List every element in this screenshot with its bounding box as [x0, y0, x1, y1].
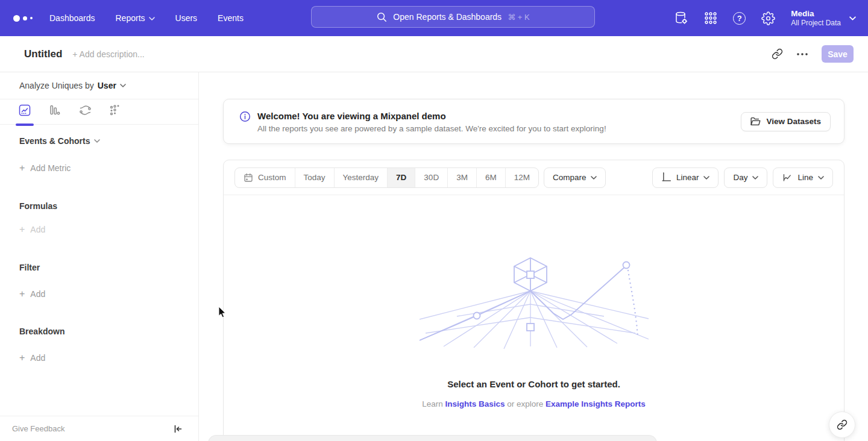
plus-icon: +: [19, 225, 25, 234]
mixpanel-logo-icon[interactable]: [13, 15, 33, 22]
chevron-down-icon: [120, 84, 126, 87]
date-range-3m[interactable]: 3M: [447, 168, 476, 187]
chevron-down-icon: [849, 16, 856, 20]
flow-tab-icon: [79, 104, 92, 125]
link-icon: [837, 419, 848, 430]
line-chart-tab-icon: [19, 104, 31, 125]
nav-item-events[interactable]: Events: [218, 13, 244, 23]
bar-chart-tab-icon: [49, 104, 61, 125]
empty-state-links: Learn Insights Basics or explore Example…: [224, 399, 844, 408]
add-formula-button[interactable]: + Add: [19, 225, 198, 234]
data-management-icon[interactable]: [674, 11, 688, 25]
events-cohorts-header[interactable]: Events & Cohorts: [19, 136, 198, 146]
date-range-30d[interactable]: 30D: [415, 168, 447, 187]
axis-scale-dropdown[interactable]: Linear: [652, 167, 719, 188]
tab-scatter[interactable]: [108, 99, 122, 125]
nav-item-dashboards[interactable]: Dashboards: [49, 13, 95, 23]
plus-icon: +: [19, 290, 25, 298]
help-icon[interactable]: ?: [733, 12, 746, 25]
compare-button[interactable]: Compare: [544, 167, 606, 188]
plus-icon: +: [19, 164, 25, 172]
report-title[interactable]: Untitled: [24, 48, 62, 60]
bottom-panel-edge: [208, 435, 657, 441]
tab-line-chart[interactable]: [18, 99, 31, 125]
folder-icon: [750, 117, 761, 126]
date-range-12m[interactable]: 12M: [505, 168, 538, 187]
view-datasets-button[interactable]: View Datasets: [741, 112, 831, 131]
plus-icon: +: [19, 354, 25, 362]
top-navigation: Dashboards Reports Users Events Open Rep…: [0, 0, 868, 36]
date-range-6m[interactable]: 6M: [476, 168, 505, 187]
main-content: Welcome! You are viewing a Mixpanel demo…: [199, 72, 868, 441]
banner-subtitle: All the reports you see are powered by a…: [257, 123, 741, 135]
chevron-down-icon: [703, 176, 709, 180]
add-metric-button[interactable]: + Add Metric: [19, 163, 198, 173]
settings-gear-icon[interactable]: [761, 11, 775, 25]
analyze-entity-dropdown[interactable]: User: [98, 81, 126, 90]
empty-state-title: Select an Event or Cohort to get started…: [224, 379, 844, 389]
more-options-icon[interactable]: [796, 52, 808, 56]
insights-chart-panel: Custom Today Yesterday 7D 30D 3M 6M 12M …: [223, 160, 844, 441]
search-shortcut: ⌘ + K: [508, 13, 530, 22]
add-description-field[interactable]: + Add description...: [72, 49, 144, 59]
give-feedback-link[interactable]: Give Feedback: [12, 424, 64, 433]
chart-toolbar: Custom Today Yesterday 7D 30D 3M 6M 12M …: [224, 160, 844, 195]
chevron-down-icon: [818, 176, 824, 180]
filter-header: Filter: [19, 263, 198, 272]
global-search-input[interactable]: Open Reports & Dashboards ⌘ + K: [311, 6, 595, 28]
report-header: Untitled + Add description... Save: [0, 36, 868, 72]
example-reports-link[interactable]: Example Insights Reports: [546, 399, 646, 408]
visualization-tabs: [0, 99, 198, 125]
chevron-down-icon: [591, 176, 597, 180]
scatter-tab-icon: [109, 104, 121, 125]
share-link-fab[interactable]: [829, 411, 855, 438]
breakdown-header: Breakdown: [19, 327, 198, 336]
date-range-7d[interactable]: 7D: [387, 168, 415, 187]
linear-axis-icon: [661, 172, 671, 183]
line-chart-icon: [782, 172, 793, 183]
nav-item-reports[interactable]: Reports: [116, 13, 155, 23]
empty-state-illustration: [420, 256, 649, 349]
calendar-icon: [244, 173, 253, 183]
chevron-down-icon: [149, 17, 155, 20]
banner-title: Welcome! You are viewing a Mixpanel demo: [257, 110, 741, 123]
date-range-yesterday[interactable]: Yesterday: [334, 168, 388, 187]
empty-state: Select an Event or Cohort to get started…: [224, 256, 844, 408]
insights-basics-link[interactable]: Insights Basics: [445, 399, 505, 408]
nav-utilities: ? Media All Project Data: [674, 0, 856, 36]
project-name: Media: [791, 8, 841, 19]
chevron-down-icon: [752, 176, 758, 180]
project-scope: All Project Data: [791, 19, 841, 28]
collapse-sidebar-icon[interactable]: [173, 424, 183, 434]
interval-dropdown[interactable]: Day: [724, 167, 767, 188]
tab-bar-chart[interactable]: [48, 99, 61, 125]
copy-link-icon[interactable]: [772, 48, 783, 60]
info-icon: [239, 111, 251, 122]
date-range-custom[interactable]: Custom: [235, 168, 295, 187]
nav-item-users[interactable]: Users: [175, 13, 198, 23]
add-filter-button[interactable]: + Add: [19, 289, 198, 299]
query-builder-sidebar: Analyze Uniques by User: [0, 72, 199, 441]
analyze-label: Analyze Uniques by: [19, 81, 94, 90]
date-range-control: Custom Today Yesterday 7D 30D 3M 6M 12M: [234, 167, 539, 188]
chart-type-dropdown[interactable]: Line: [773, 167, 833, 188]
demo-welcome-banner: Welcome! You are viewing a Mixpanel demo…: [223, 99, 844, 144]
add-breakdown-button[interactable]: + Add: [19, 353, 198, 363]
primary-nav: Dashboards Reports Users Events: [49, 13, 244, 23]
tab-flow[interactable]: [78, 99, 92, 125]
chevron-down-icon: [94, 139, 100, 143]
save-button[interactable]: Save: [822, 45, 854, 63]
project-switcher[interactable]: Media All Project Data: [791, 8, 856, 28]
search-icon: [376, 11, 387, 22]
search-placeholder: Open Reports & Dashboards: [393, 12, 502, 22]
date-range-today[interactable]: Today: [295, 168, 334, 187]
formulas-header: Formulas: [19, 201, 198, 211]
apps-grid-icon[interactable]: [704, 11, 717, 25]
